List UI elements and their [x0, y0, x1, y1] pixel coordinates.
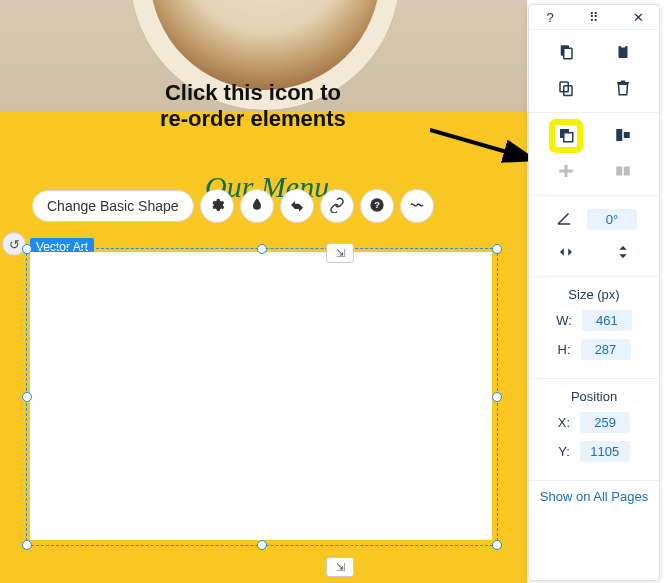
resize-handle-s[interactable] [257, 540, 267, 550]
fill-color-button[interactable] [240, 189, 274, 223]
width-label: W: [556, 313, 572, 328]
editor-canvas[interactable]: Click this icon to re-order elements Our… [0, 0, 527, 583]
delete-button[interactable] [610, 76, 636, 102]
svg-rect-4 [563, 48, 571, 59]
animation-button[interactable] [280, 189, 314, 223]
rotation-value[interactable]: 0° [587, 209, 637, 230]
svg-rect-6 [620, 44, 625, 47]
change-shape-button[interactable]: Change Basic Shape [32, 190, 194, 222]
question-icon: ? [369, 197, 385, 216]
element-toolbar: Change Basic Shape ? [32, 190, 434, 222]
x-input[interactable]: 259 [580, 412, 630, 433]
resize-handle-n[interactable] [257, 244, 267, 254]
instruction-line2: re-order elements [160, 106, 346, 131]
flip-v-icon [614, 243, 632, 264]
align-button[interactable] [610, 123, 636, 149]
x-label: X: [558, 415, 570, 430]
help-button[interactable]: ? [360, 189, 394, 223]
stretch-button[interactable] [400, 189, 434, 223]
resize-handle-se[interactable] [492, 540, 502, 550]
flip-vertical-button[interactable] [610, 240, 636, 266]
stretch-icon: ⇲ [336, 247, 345, 260]
close-icon: ✕ [633, 10, 644, 25]
svg-rect-5 [618, 46, 627, 58]
angle-icon [555, 209, 573, 230]
link-button[interactable] [320, 189, 354, 223]
paint-drop-icon [249, 197, 265, 216]
resize-handle-sw[interactable] [22, 540, 32, 550]
align-icon [614, 126, 632, 147]
y-label: Y: [558, 444, 570, 459]
grip-icon: ⠿ [589, 10, 599, 25]
y-input[interactable]: 1105 [580, 441, 630, 462]
copy-button[interactable] [553, 40, 579, 66]
flip-horizontal-button[interactable] [553, 240, 579, 266]
svg-rect-15 [616, 166, 622, 175]
match-size-icon [614, 162, 632, 183]
svg-rect-12 [623, 132, 629, 138]
svg-line-0 [430, 130, 535, 160]
panel-help-button[interactable]: ? [537, 4, 563, 30]
instruction-line1: Click this icon to [165, 80, 341, 105]
rotation-label [551, 206, 577, 232]
position-group: Position X:259 Y:1105 [529, 379, 659, 481]
arrange-layers-button[interactable] [553, 123, 579, 149]
position-title: Position [537, 389, 651, 404]
panel-close-button[interactable]: ✕ [625, 4, 651, 30]
match-size-button[interactable] [610, 159, 636, 185]
resize-handle-ne[interactable] [492, 244, 502, 254]
size-title: Size (px) [537, 287, 651, 302]
paste-button[interactable] [610, 40, 636, 66]
layers-icon [557, 126, 575, 147]
stretch-handle-bottom[interactable]: ⇲ [326, 557, 354, 577]
undo-icon: ↺ [9, 237, 20, 252]
svg-rect-16 [623, 166, 629, 175]
duplicate-icon [557, 79, 575, 100]
duplicate-button[interactable] [553, 76, 579, 102]
stretch-icon: ⇲ [336, 561, 345, 574]
copy-icon [557, 43, 575, 64]
width-input[interactable]: 461 [582, 310, 632, 331]
instruction-text: Click this icon to re-order elements [160, 80, 346, 132]
distribute-horizontal-button[interactable] [553, 159, 579, 185]
properties-panel: ? ⠿ ✕ 0° Size (px [528, 4, 660, 581]
size-group: Size (px) W:461 H:287 [529, 277, 659, 379]
svg-rect-14 [564, 165, 567, 177]
resize-handle-w[interactable] [22, 392, 32, 402]
svg-rect-10 [563, 132, 572, 141]
svg-text:?: ? [374, 200, 380, 210]
question-icon: ? [546, 10, 553, 25]
resize-handle-nw[interactable] [22, 244, 32, 254]
stretch-handle-top[interactable]: ⇲ [326, 243, 354, 263]
wave-icon [409, 197, 425, 216]
trash-icon [614, 79, 632, 100]
paste-icon [614, 43, 632, 64]
flip-h-icon [557, 243, 575, 264]
panel-drag-handle[interactable]: ⠿ [581, 4, 607, 30]
show-on-all-pages-link[interactable]: Show on All Pages [529, 481, 659, 513]
gear-icon [209, 197, 225, 216]
height-label: H: [558, 342, 571, 357]
animation-icon [289, 197, 305, 216]
design-settings-button[interactable] [200, 189, 234, 223]
clipboard-group [529, 30, 659, 113]
change-shape-label: Change Basic Shape [47, 198, 179, 214]
distribute-h-icon [557, 162, 575, 183]
rotation-group: 0° [529, 196, 659, 277]
arrange-group [529, 113, 659, 196]
link-icon [329, 197, 345, 216]
selection-outline [26, 248, 498, 546]
height-input[interactable]: 287 [581, 339, 631, 360]
svg-rect-11 [616, 129, 622, 141]
panel-header: ? ⠿ ✕ [529, 5, 659, 30]
resize-handle-e[interactable] [492, 392, 502, 402]
